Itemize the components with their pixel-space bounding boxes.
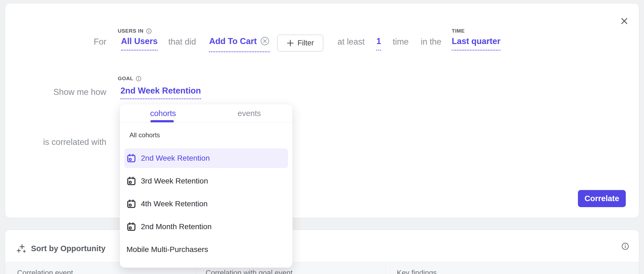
plus-icon xyxy=(287,39,294,47)
remove-event-icon[interactable] xyxy=(260,36,270,46)
close-button[interactable] xyxy=(618,14,631,27)
goal-selector[interactable]: 2nd Week Retention xyxy=(120,86,201,99)
at-least-text: at least xyxy=(338,37,365,47)
in-the-text: in the xyxy=(421,37,441,47)
info-icon xyxy=(621,242,629,251)
close-icon xyxy=(620,17,628,25)
dropdown-tabs: cohorts events xyxy=(120,107,292,120)
users-in-info-button[interactable] xyxy=(146,28,152,34)
column-header-correlation-with-goal: Correlation with goal event xyxy=(206,269,293,274)
dropdown-item-label: 4th Week Retention xyxy=(141,200,208,208)
time-word-text: time xyxy=(393,37,409,47)
dropdown-item-label: 3rd Week Retention xyxy=(141,177,208,185)
correlate-button[interactable]: Correlate xyxy=(578,190,626,207)
calendar-icon xyxy=(126,176,136,186)
results-card: Sort by Opportunity Correlation event Co… xyxy=(5,230,639,274)
correlation-query-card: USERS IN For All Users that did Add To C… xyxy=(5,3,639,218)
goal-info-button[interactable] xyxy=(136,76,141,82)
goal-dropdown-panel: cohorts events All cohorts 2nd Week Rete… xyxy=(120,104,293,268)
info-icon xyxy=(136,76,141,82)
users-in-label: USERS IN xyxy=(118,28,152,34)
dropdown-item-mobile-multi-purchasers[interactable]: Mobile Multi-Purchasers xyxy=(124,240,288,259)
tab-events[interactable]: events xyxy=(206,107,292,120)
event-selector-label: Add To Cart xyxy=(209,36,257,46)
dropdown-item-label: 2nd Month Retention xyxy=(141,222,212,231)
dropdown-item-label: Mobile Multi-Purchasers xyxy=(126,245,208,254)
goal-label-text: GOAL xyxy=(118,76,133,82)
sort-by-opportunity-button[interactable]: Sort by Opportunity xyxy=(15,243,107,254)
screen: USERS IN For All Users that did Add To C… xyxy=(0,0,644,274)
event-selector[interactable]: Add To Cart xyxy=(209,36,270,52)
results-info-button[interactable] xyxy=(620,241,631,252)
column-header-key-findings: Key findings xyxy=(397,269,437,274)
goal-label: GOAL xyxy=(118,76,141,82)
cohort-section-label: All cohorts xyxy=(129,131,160,139)
dropdown-item-2nd-month-retention[interactable]: 2nd Month Retention xyxy=(124,217,288,236)
tabs-divider xyxy=(120,122,292,123)
users-in-label-text: USERS IN xyxy=(118,28,144,34)
is-correlated-with-text: is correlated with xyxy=(43,137,106,147)
dropdown-item-label: 2nd Week Retention xyxy=(141,154,210,163)
time-label-text: TIME xyxy=(452,28,465,34)
dropdown-item-multi-day-browsers[interactable]: Multi-Day Browsers Not Finding What They xyxy=(124,263,288,268)
calendar-icon xyxy=(126,199,136,209)
dropdown-item-2nd-week-retention[interactable]: 2nd Week Retention xyxy=(124,148,288,168)
calendar-icon xyxy=(126,153,136,163)
column-divider xyxy=(385,262,386,274)
count-selector[interactable]: 1 xyxy=(376,36,381,51)
time-range-selector[interactable]: Last quarter xyxy=(452,36,500,51)
sort-by-opportunity-label: Sort by Opportunity xyxy=(31,244,106,253)
dropdown-item-4th-week-retention[interactable]: 4th Week Retention xyxy=(124,194,288,214)
info-icon xyxy=(146,28,152,34)
show-me-how-text: Show me how xyxy=(53,87,106,97)
that-did-text: that did xyxy=(168,37,196,47)
column-header-correlation-event: Correlation event xyxy=(17,269,73,274)
for-text: For xyxy=(94,37,107,47)
tab-cohorts[interactable]: cohorts xyxy=(120,107,206,120)
sort-sparkle-icon xyxy=(17,243,27,254)
calendar-icon xyxy=(126,222,136,232)
time-label: TIME xyxy=(452,28,465,34)
all-users-selector[interactable]: All Users xyxy=(121,36,157,51)
table-header-row xyxy=(5,262,639,274)
add-filter-button[interactable]: Filter xyxy=(277,35,323,52)
add-filter-label: Filter xyxy=(298,39,314,47)
dropdown-item-3rd-week-retention[interactable]: 3rd Week Retention xyxy=(124,171,288,191)
